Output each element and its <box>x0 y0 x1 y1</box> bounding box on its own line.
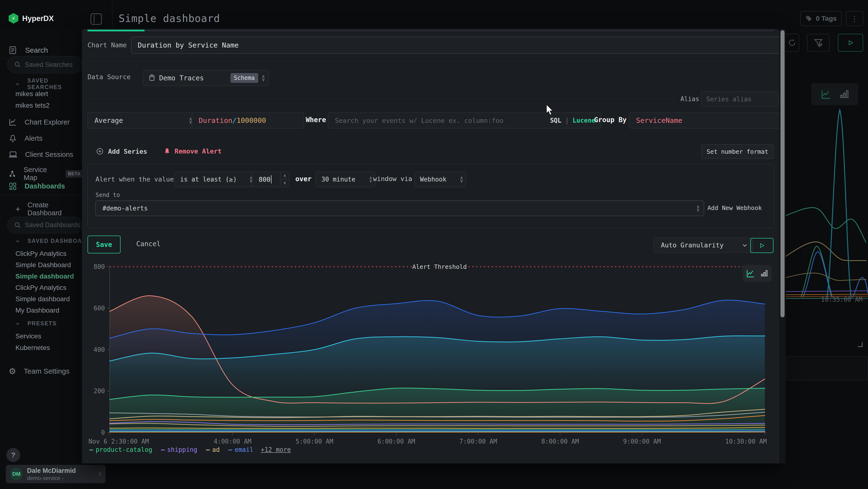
lucene-toggle[interactable]: Lucene <box>572 117 595 124</box>
webhook-select[interactable]: #demo-alerts ∧∨ <box>95 201 704 216</box>
saved-searches-input[interactable]: Saved Searches <box>7 56 83 74</box>
channel-select[interactable]: Webhook ∧∨ <box>414 172 466 187</box>
legend-item[interactable]: —ad <box>206 446 220 453</box>
legend-swatch: — <box>228 446 232 453</box>
field-name: Duration <box>199 116 232 124</box>
bar-chart-icon[interactable] <box>840 90 849 99</box>
data-source-select[interactable]: Demo Traces Schema ∧∨ <box>143 70 269 86</box>
list-item[interactable]: Kubernetes <box>16 342 50 353</box>
legend-swatch: — <box>206 446 210 453</box>
legend-item[interactable]: —email <box>228 446 253 453</box>
tags-button[interactable]: 0 Tags <box>800 11 842 26</box>
select-chevrons-icon: ∧∨ <box>262 75 265 81</box>
group-by-label: Group By <box>594 116 627 124</box>
save-button[interactable]: Save <box>88 236 121 253</box>
aggregation-select[interactable]: Average ∧∨ <box>88 113 196 128</box>
group-by-input[interactable]: ServiceName <box>629 113 780 128</box>
chart-legend: —product-catalog—shipping—ad—email+12 mo… <box>89 446 291 453</box>
sidebar-item-dashboards[interactable]: Dashboards <box>9 182 65 190</box>
sidebar-item-service-map[interactable]: Service Map BETA <box>9 166 83 182</box>
remove-alert-button[interactable]: Remove Alert <box>163 147 222 155</box>
search-doc-icon <box>9 46 17 54</box>
sidebar-collapse-icon[interactable] <box>91 13 102 25</box>
line-chart-icon[interactable] <box>821 89 831 100</box>
section-presets[interactable]: PRESETS <box>15 320 57 327</box>
modal-scrollbar-track[interactable] <box>779 29 786 463</box>
list-item[interactable]: mikes alert <box>16 88 50 100</box>
threshold-input[interactable]: 800 ∧ ∨ <box>252 172 289 187</box>
alias-input[interactable]: Series alias <box>701 91 779 107</box>
where-label: Where <box>306 116 326 124</box>
number-spinner[interactable]: ∧ ∨ <box>280 172 289 186</box>
play-icon <box>759 242 765 248</box>
saved-dashboards-input[interactable]: Saved Dashboards <box>7 217 83 233</box>
sidebar-item-alerts[interactable]: Alerts <box>9 134 42 142</box>
channel-value: Webhook <box>420 176 446 183</box>
list-item[interactable]: ClickPy Analytics <box>16 248 74 259</box>
chevron-down-icon <box>15 81 20 87</box>
schema-badge: Schema <box>230 73 258 83</box>
legend-item[interactable]: —shipping <box>161 446 197 453</box>
modal-scrollbar-thumb[interactable] <box>780 30 784 317</box>
where-placeholder: Search your events w/ Lucene ex. column:… <box>335 117 503 124</box>
create-dashboard-button[interactable]: + Create Dashboard <box>16 201 83 217</box>
sql-toggle[interactable]: SQL <box>550 117 561 124</box>
set-number-format-button[interactable]: Set number format <box>701 144 774 159</box>
line-chart-icon[interactable] <box>746 269 755 278</box>
toggle-pipe: | <box>565 117 569 124</box>
comparator-select[interactable]: is at least (≥) ∧∨ <box>175 172 256 187</box>
bar-chart-icon[interactable] <box>761 269 768 277</box>
sidebar-item-client-sessions[interactable]: Client Sessions <box>9 150 73 159</box>
send-to-label: Send to <box>95 192 120 198</box>
window-select[interactable]: 30 minute ∧∨ <box>316 172 375 187</box>
add-new-webhook-button[interactable]: Add New Webhook <box>707 204 762 211</box>
database-icon <box>149 74 155 82</box>
help-button[interactable]: ? <box>6 448 20 462</box>
list-item[interactable]: My Dashboard <box>16 305 74 316</box>
section-label: PRESETS <box>28 320 57 327</box>
comparator-value: is at least (≥) <box>180 176 237 183</box>
duration-chart[interactable]: 0200400600800Nov 6 2:30:00 AM4:00:00 AM5… <box>82 256 779 449</box>
spinner-down-icon[interactable]: ∨ <box>280 179 289 186</box>
field-expression-input[interactable]: Duration/1000000 <box>192 113 304 128</box>
chart-name-input[interactable]: Duration by Service Name <box>131 37 780 54</box>
plus-icon: + <box>16 205 20 213</box>
list-item[interactable]: ClickPy Analytics <box>16 282 74 293</box>
list-item[interactable]: Services <box>16 330 50 342</box>
list-item[interactable]: Simple dashboard <box>16 293 74 305</box>
sidebar-item-team-settings[interactable]: ⚙ Team Settings <box>9 367 70 375</box>
sidebar-item-chart-explorer[interactable]: Chart Explorer <box>9 118 70 126</box>
alert-bell-icon <box>163 148 171 155</box>
svg-text:400: 400 <box>94 346 105 353</box>
list-item[interactable]: Simple dashboard <box>16 270 74 282</box>
list-item[interactable]: Simple Dashboard <box>16 259 74 270</box>
background-play-button[interactable] <box>838 34 863 52</box>
granularity-select[interactable]: Auto Granularity <box>653 237 753 253</box>
where-input[interactable]: Search your events w/ Lucene ex. column:… <box>328 113 601 128</box>
alert-prefix: Alert when the value <box>95 175 174 183</box>
spinner-up-icon[interactable]: ∧ <box>280 172 289 179</box>
legend-item[interactable]: —product-catalog <box>89 446 152 453</box>
cancel-button[interactable]: Cancel <box>136 240 161 248</box>
kebab-menu-button[interactable]: ⋮ <box>846 11 863 26</box>
add-new-webhook-label: Add New Webhook <box>707 204 762 211</box>
run-chart-button[interactable] <box>750 238 774 253</box>
svg-text:Nov 6 2:30:00 AM: Nov 6 2:30:00 AM <box>89 438 149 445</box>
refresh-button[interactable] <box>785 34 799 52</box>
user-card[interactable]: DM Dale McDiarmid demo-service - <box>6 465 105 483</box>
sidebar-item-search[interactable]: Search <box>9 46 48 54</box>
avatar: DM <box>10 468 23 480</box>
tags-label: 0 Tags <box>816 15 837 23</box>
legend-more-button[interactable]: +12 more <box>261 446 291 453</box>
add-series-button[interactable]: Add Series <box>96 147 147 155</box>
circle-plus-icon <box>96 147 104 155</box>
threshold-value: 800 <box>259 176 271 183</box>
granularity-value: Auto Granularity <box>661 241 723 249</box>
chevron-right-icon <box>97 471 103 478</box>
filter-button[interactable] <box>807 34 830 52</box>
filter-edit-icon <box>813 38 823 48</box>
legend-label: product-catalog <box>96 446 152 453</box>
list-item[interactable]: mikes tets2 <box>16 100 50 111</box>
tag-icon <box>805 15 812 22</box>
avatar-initials: DM <box>12 471 21 477</box>
